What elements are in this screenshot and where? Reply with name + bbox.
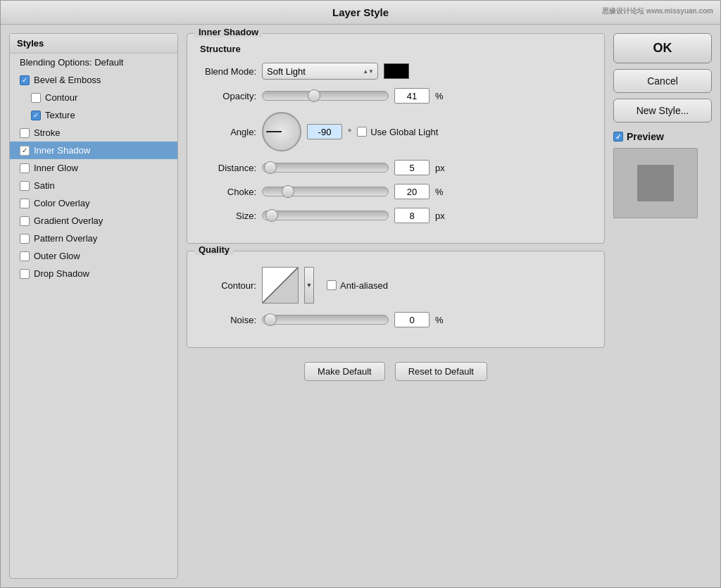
blend-mode-select[interactable]: Normal Dissolve Multiply Screen Overlay …: [262, 63, 378, 80]
inner-glow-checkbox[interactable]: [20, 163, 30, 173]
opacity-slider-track[interactable]: [262, 91, 389, 101]
contour-svg: [263, 268, 298, 303]
color-overlay-label: Color Overlay: [34, 198, 89, 208]
opacity-label: Opacity:: [200, 91, 256, 101]
choke-slider-thumb[interactable]: [282, 185, 294, 198]
satin-checkbox[interactable]: [20, 181, 30, 191]
inner-glow-label: Inner Glow: [34, 163, 78, 173]
blend-mode-color-swatch[interactable]: [384, 63, 409, 79]
inner-shadow-section: Inner Shadow Structure Blend Mode: Norma…: [187, 33, 605, 244]
choke-unit: %: [435, 187, 446, 197]
opacity-row: Opacity: %: [200, 88, 591, 104]
angle-dial[interactable]: [262, 112, 301, 151]
outer-glow-checkbox[interactable]: [20, 251, 30, 261]
size-label: Size:: [200, 211, 256, 221]
new-style-button[interactable]: New Style...: [613, 99, 712, 123]
bevel-emboss-label: Bevel & Emboss: [34, 75, 101, 85]
noise-input[interactable]: [394, 312, 430, 327]
contour-row: Contour: ▼ Anti-aliased: [200, 267, 591, 304]
inner-shadow-section-title: Inner Shadow: [194, 27, 263, 37]
sidebar-item-texture[interactable]: ✓ Texture: [10, 106, 177, 124]
sidebar-item-color-overlay[interactable]: Color Overlay: [10, 194, 177, 212]
right-panel: OK Cancel New Style... ✓ Preview: [613, 33, 712, 579]
preview-checkbox[interactable]: ✓: [613, 132, 623, 142]
size-slider-track[interactable]: [262, 211, 389, 220]
stroke-label: Stroke: [34, 127, 61, 138]
opacity-slider-thumb[interactable]: [308, 89, 320, 102]
distance-slider-track[interactable]: [262, 163, 389, 173]
drop-shadow-checkbox[interactable]: [20, 269, 30, 279]
contour-wrap: ▼ Anti-aliased: [262, 267, 388, 304]
sidebar-item-inner-glow[interactable]: Inner Glow: [10, 159, 177, 177]
sidebar-item-gradient-overlay[interactable]: Gradient Overlay: [10, 212, 177, 230]
sidebar-item-pattern-overlay[interactable]: Pattern Overlay: [10, 230, 177, 247]
texture-checkbox[interactable]: ✓: [31, 111, 41, 120]
noise-unit: %: [435, 315, 446, 325]
styles-header: Styles: [10, 34, 177, 54]
anti-aliased-checkbox[interactable]: [327, 280, 337, 290]
watermark: 思缘设计论坛 www.missyuan.com: [602, 6, 713, 16]
noise-slider-thumb[interactable]: [264, 313, 277, 326]
pattern-overlay-label: Pattern Overlay: [34, 233, 97, 244]
sidebar-item-outer-glow[interactable]: Outer Glow: [10, 247, 177, 265]
noise-label: Noise:: [200, 315, 256, 325]
ok-button[interactable]: OK: [613, 33, 712, 63]
distance-input[interactable]: [394, 160, 430, 175]
gradient-overlay-label: Gradient Overlay: [34, 215, 103, 226]
opacity-input[interactable]: [394, 88, 430, 104]
choke-row: Choke: %: [200, 184, 591, 199]
size-row: Size: px: [200, 208, 591, 223]
choke-input[interactable]: [394, 184, 430, 199]
blending-options-item[interactable]: Blending Options: Default: [10, 54, 177, 71]
angle-label: Angle:: [200, 127, 256, 137]
preview-label: Preview: [627, 131, 664, 142]
use-global-light-label: Use Global Light: [370, 127, 438, 137]
texture-label: Texture: [45, 110, 75, 120]
blend-mode-label: Blend Mode:: [200, 66, 256, 77]
noise-slider-track[interactable]: [262, 315, 389, 325]
size-input[interactable]: [394, 208, 430, 223]
reset-to-default-button[interactable]: Reset to Default: [395, 362, 487, 381]
dialog-body: Styles Blending Options: Default ✓ Bevel…: [1, 25, 720, 587]
cancel-button[interactable]: Cancel: [613, 69, 712, 93]
sidebar-item-stroke[interactable]: Stroke: [10, 124, 177, 142]
opacity-unit: %: [435, 91, 446, 101]
size-unit: px: [435, 211, 446, 221]
anti-aliased-wrap: Anti-aliased: [327, 280, 388, 291]
dialog-title: Layer Style 思缘设计论坛 www.missyuan.com: [1, 1, 720, 25]
contour-checkbox[interactable]: [31, 93, 41, 103]
distance-label: Distance:: [200, 163, 256, 173]
make-default-button[interactable]: Make Default: [304, 362, 385, 381]
contour-preview[interactable]: [262, 267, 299, 304]
contour-label: Contour: [45, 92, 77, 103]
contour-dropdown-arrow[interactable]: ▼: [304, 267, 314, 304]
preview-label-wrap: ✓ Preview: [613, 131, 712, 142]
sidebar-item-satin[interactable]: Satin: [10, 177, 177, 194]
blend-mode-select-wrap[interactable]: Normal Dissolve Multiply Screen Overlay …: [262, 63, 378, 80]
bevel-emboss-checkbox[interactable]: ✓: [20, 75, 30, 85]
sidebar-item-contour[interactable]: Contour: [10, 89, 177, 106]
choke-slider-track[interactable]: [262, 187, 389, 196]
stroke-checkbox[interactable]: [20, 128, 30, 138]
quality-section: Quality Contour: ▼: [187, 251, 605, 348]
distance-slider-thumb[interactable]: [264, 161, 277, 174]
contour-label: Contour:: [200, 280, 256, 291]
pattern-overlay-checkbox[interactable]: [20, 234, 30, 244]
sidebar-item-drop-shadow[interactable]: Drop Shadow: [10, 265, 177, 282]
use-global-light-checkbox[interactable]: [357, 127, 367, 137]
preview-box: [613, 148, 698, 218]
color-overlay-checkbox[interactable]: [20, 199, 30, 208]
quality-section-title: Quality: [194, 244, 234, 255]
sidebar-item-inner-shadow[interactable]: ✓ Inner Shadow: [10, 142, 177, 159]
structure-title: Structure: [200, 44, 591, 54]
drop-shadow-label: Drop Shadow: [34, 268, 89, 279]
size-slider-thumb[interactable]: [265, 209, 278, 222]
angle-row: Angle: ° Use Global Light: [200, 112, 591, 151]
gradient-overlay-checkbox[interactable]: [20, 216, 30, 226]
angle-input[interactable]: [307, 124, 342, 139]
degree-symbol: °: [348, 127, 351, 137]
outer-glow-label: Outer Glow: [34, 251, 80, 261]
choke-label: Choke:: [200, 187, 256, 197]
sidebar-item-bevel-emboss[interactable]: ✓ Bevel & Emboss: [10, 71, 177, 89]
inner-shadow-checkbox[interactable]: ✓: [20, 146, 30, 156]
